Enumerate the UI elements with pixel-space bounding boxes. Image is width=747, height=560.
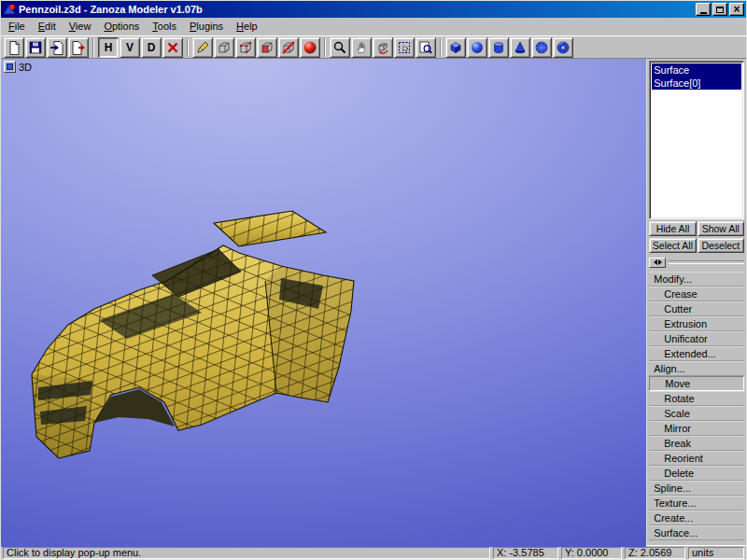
minimize-icon <box>700 12 707 14</box>
delete-icon <box>165 40 180 55</box>
create-torus-button[interactable] <box>553 37 573 58</box>
torus-icon <box>556 40 571 55</box>
command-move[interactable]: Move <box>649 376 744 391</box>
command-align[interactable]: Align... <box>649 361 744 376</box>
command-scale[interactable]: Scale <box>649 406 744 421</box>
pencil-icon <box>195 40 210 55</box>
app-window: Pennzoil.z3d - Zanoza Modeler v1.07b × F… <box>0 0 747 560</box>
create-geosphere-button[interactable] <box>531 37 552 58</box>
select-all-button[interactable]: Select All <box>649 238 696 253</box>
menu-file[interactable]: File <box>2 19 32 35</box>
command-reorient[interactable]: Reorient <box>649 451 744 466</box>
menu-edit[interactable]: Edit <box>32 19 63 35</box>
command-list: Modify... Crease Cutter Extrusion Unific… <box>649 272 744 543</box>
zoom-button[interactable] <box>330 37 350 58</box>
maximize-icon <box>716 7 724 13</box>
view-v-toggle[interactable]: V <box>120 37 140 58</box>
edit-pencil-button[interactable] <box>192 37 213 58</box>
create-sphere-button[interactable] <box>467 37 487 58</box>
wireframe-mode-button[interactable] <box>214 37 234 58</box>
viewport-3d[interactable]: 3D <box>1 59 646 547</box>
zoom-extents-button[interactable] <box>416 37 436 58</box>
sphere-icon <box>470 40 485 55</box>
view-h-toggle[interactable]: H <box>98 37 119 58</box>
select-region-button[interactable] <box>394 37 415 58</box>
side-panel: Surface Surface[0] Hide All Show All Sel… <box>646 59 746 545</box>
scroller-track[interactable] <box>669 260 744 264</box>
viewport-menu-button[interactable] <box>4 61 16 73</box>
create-cube-button[interactable] <box>445 37 466 58</box>
import-button[interactable] <box>47 37 67 58</box>
create-cylinder-button[interactable] <box>488 37 509 58</box>
toolbar-separator <box>187 38 189 57</box>
status-x-coordinate: X: -3.5785 <box>493 547 558 559</box>
command-crease[interactable]: Crease <box>649 287 744 301</box>
menu-view[interactable]: View <box>63 19 98 35</box>
rotate-view-button[interactable] <box>373 37 393 58</box>
scroller-arrows-button[interactable] <box>649 258 666 268</box>
status-message: Click to display pop-up menu. <box>3 547 490 559</box>
view-d-toggle[interactable]: D <box>141 37 162 58</box>
hide-faces-mode-button[interactable] <box>278 37 299 58</box>
delete-button[interactable] <box>162 37 183 58</box>
faces-mode-button[interactable] <box>257 37 277 58</box>
toolbar-separator <box>92 38 94 57</box>
command-delete[interactable]: Delete <box>649 466 744 481</box>
hide-all-button[interactable]: Hide All <box>649 221 696 236</box>
status-units: units <box>688 547 744 559</box>
create-cone-button[interactable] <box>510 37 530 58</box>
command-extrusion[interactable]: Extrusion <box>649 316 744 331</box>
command-break[interactable]: Break <box>649 436 744 451</box>
status-z-coordinate: Z: 2.0569 <box>625 547 685 559</box>
toolbar-separator <box>324 38 326 57</box>
viewport-label[interactable]: 3D <box>4 61 32 73</box>
close-icon: × <box>733 4 740 15</box>
view-v-label: V <box>126 41 134 54</box>
face-cube-icon <box>260 40 275 55</box>
arrow-right-icon <box>658 259 662 265</box>
command-spline[interactable]: Spline... <box>649 481 744 496</box>
command-surface[interactable]: Surface... <box>649 525 744 540</box>
show-all-button[interactable]: Show All <box>698 221 744 236</box>
vertices-mode-button[interactable] <box>235 37 256 58</box>
deselect-button[interactable]: Deselect <box>698 238 744 253</box>
app-icon <box>3 3 16 16</box>
import-icon <box>49 40 64 55</box>
command-unificator[interactable]: Unificator <box>649 331 744 346</box>
zoom-page-icon <box>418 40 433 55</box>
surface-list[interactable]: Surface Surface[0] <box>649 61 744 219</box>
toolbar-separator <box>440 38 442 57</box>
pan-button[interactable] <box>351 37 372 58</box>
export-button[interactable] <box>68 37 89 58</box>
command-create[interactable]: Create... <box>649 511 744 525</box>
panel-scroller[interactable] <box>649 257 744 268</box>
minimize-button[interactable] <box>696 3 711 16</box>
command-mirror[interactable]: Mirror <box>649 421 744 436</box>
menu-tools[interactable]: Tools <box>146 19 183 35</box>
main-area: 3D Surface Surface[0] Hide All Show All … <box>1 59 746 545</box>
command-texture[interactable]: Texture... <box>649 496 744 511</box>
hand-icon <box>354 40 369 55</box>
menu-help[interactable]: Help <box>230 19 264 35</box>
cube-icon <box>448 40 463 55</box>
cylinder-icon <box>491 40 506 55</box>
car-model[interactable] <box>1 59 648 547</box>
view-h-label: H <box>105 41 113 54</box>
cone-icon <box>513 40 528 55</box>
command-extended[interactable]: Extended... <box>649 346 744 361</box>
list-item[interactable]: Surface <box>652 63 741 77</box>
zoom-icon <box>332 40 347 55</box>
command-cutter[interactable]: Cutter <box>649 301 744 316</box>
vertex-cube-icon <box>238 40 253 55</box>
maximize-button[interactable] <box>712 3 727 16</box>
menu-options[interactable]: Options <box>97 19 146 35</box>
new-file-button[interactable] <box>4 37 24 58</box>
close-button[interactable]: × <box>729 3 744 16</box>
render-sphere-button[interactable] <box>300 37 320 58</box>
command-rotate[interactable]: Rotate <box>649 391 744 406</box>
new-file-icon <box>7 40 21 55</box>
menu-plugins[interactable]: Plugins <box>183 19 230 35</box>
command-modify[interactable]: Modify... <box>649 272 744 287</box>
list-item[interactable]: Surface[0] <box>652 77 741 90</box>
save-button[interactable] <box>25 37 46 58</box>
